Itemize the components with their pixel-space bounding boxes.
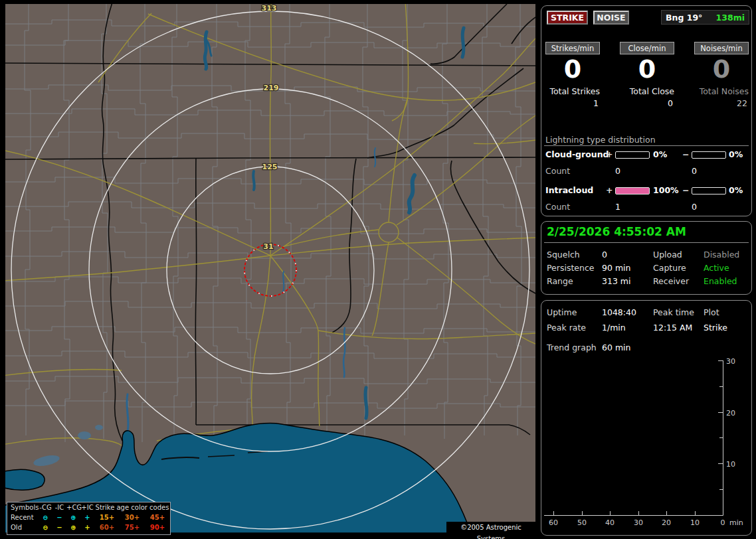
ring-label-31: 31 (263, 242, 273, 251)
distance-value: 138mi (716, 13, 745, 23)
recent-neg-ic-icon: − (52, 512, 66, 522)
noises-per-min-value: 0 (694, 54, 749, 84)
ic-minus-sign: − (682, 185, 689, 195)
cg-plus-sign: + (606, 149, 613, 159)
ic-plus-count: 1 (615, 202, 620, 212)
uptime-value: 1048:40 (602, 307, 653, 317)
upload-value: Disabled (704, 250, 747, 260)
x-tick-40: 40 (605, 518, 614, 527)
noises-column: Noises/min 0 Total Noises 22 (694, 42, 749, 108)
uptime-row: Uptime 1048:40 Peak time Plot (547, 307, 747, 317)
recent-pos-ic-icon: + (80, 512, 94, 522)
cg-minus-bar (692, 151, 726, 159)
rate-counters: Strikes/min 0 Total Strikes 1 Close/min … (545, 42, 749, 108)
legend-age-header: Strike age color codes (94, 502, 170, 512)
intracloud-label: Intracloud (545, 185, 593, 195)
x-tick-0: 0 (721, 518, 725, 527)
noises-per-min-button[interactable]: Noises/min (694, 42, 749, 54)
legend-col--cg: -CG (39, 502, 52, 512)
copyright-notice: ©2005 Astrogenic Systems (446, 522, 535, 533)
total-close-value: 0 (668, 98, 674, 108)
bearing-readout: Bng 19° 138mi (661, 10, 749, 25)
peak-time-label: Peak time (653, 307, 704, 317)
capture-value: Active (704, 263, 747, 273)
age-45: 45+ (145, 512, 170, 522)
legend-header-row: Symbols -CG -IC +CG +IC Strike age color… (7, 502, 170, 512)
x-tick-10: 10 (690, 518, 700, 527)
total-strikes-label: Total Strikes (549, 86, 600, 96)
cg-minus-sign: − (682, 149, 689, 159)
cloud-ground-label: Cloud-ground (545, 149, 609, 159)
trend-chart: 30 20 10 60 50 40 30 20 10 0 min (541, 352, 751, 533)
strikes-column: Strikes/min 0 Total Strikes 1 (545, 42, 600, 108)
datetime-display: 2/25/2026 4:55:02 AM (547, 225, 686, 238)
cg-minus-count: 0 (692, 166, 697, 176)
strikes-per-min-value: 0 (545, 54, 600, 84)
noise-button[interactable]: NOISE (593, 11, 629, 25)
trend-graph-row: Trend graph 60 min (547, 343, 747, 352)
peak-time-value: 12:15 AM (653, 323, 704, 333)
age-90: 90+ (145, 522, 170, 532)
y-tick-20: 20 (726, 409, 735, 418)
trend-panel: Uptime 1048:40 Peak time Plot Peak rate … (541, 300, 752, 536)
trend-axes (544, 360, 723, 516)
trend-graph-label: Trend graph (547, 343, 602, 352)
receiver-label: Receiver (653, 276, 704, 286)
plot-label: Plot (704, 307, 747, 317)
plot-value[interactable]: Strike (704, 323, 747, 333)
status-row: Persistence 90 min Capture Active (547, 263, 747, 273)
old-neg-cg-icon: ⊖ (39, 522, 52, 532)
symbol-legend: Symbols -CG -IC +CG +IC Strike age color… (7, 502, 171, 535)
peak-rate-row: Peak rate 1/min 12:15 AM Strike (547, 323, 747, 333)
bearing-value: Bng 19° (666, 13, 702, 23)
trend-window-value: 60 min (602, 343, 653, 352)
ic-minus-pct: 0% (729, 185, 743, 195)
x-tick-50: 50 (577, 518, 587, 527)
cg-plus-count: 0 (615, 166, 620, 176)
persistence-label: Persistence (547, 263, 602, 273)
x-unit-label: min (729, 518, 743, 527)
cg-plus-bar (615, 151, 650, 159)
strike-button[interactable]: STRIKE (547, 11, 588, 25)
counter-panel: STRIKE NOISE Bng 19° 138mi Strikes/min 0… (541, 5, 752, 216)
close-column: Close/min 0 Total Close 0 (620, 42, 674, 108)
legend-old-row: Old ⊖ − ⊕ + 60+ 75+ 90+ (7, 522, 170, 532)
persistence-value: 90 min (602, 263, 653, 273)
squelch-label: Squelch (547, 250, 602, 260)
peak-rate-value: 1/min (602, 323, 653, 333)
total-noises-label: Total Noises (700, 86, 749, 96)
upload-label: Upload (653, 250, 704, 260)
distribution-divider (544, 145, 749, 146)
trend-axis-labels: 30 20 10 60 50 40 30 20 10 0 min (549, 357, 743, 527)
ring-label-219: 219 (264, 84, 279, 92)
legend-symbols-header: Symbols (7, 502, 39, 512)
strikes-per-min-button[interactable]: Strikes/min (545, 42, 600, 54)
status-row: Squelch 0 Upload Disabled (547, 250, 747, 260)
age-60: 60+ (94, 522, 120, 532)
lake-pontchartrain (5, 469, 45, 490)
ic-count-label: Count (545, 202, 570, 212)
ic-plus-pct: 100% (653, 185, 679, 195)
age-30: 30+ (120, 512, 145, 522)
close-per-min-button[interactable]: Close/min (620, 42, 674, 54)
legend-col-+ic: +IC (80, 502, 94, 512)
total-strikes-value: 1 (593, 98, 600, 108)
x-tick-60: 60 (549, 518, 558, 527)
recent-neg-cg-icon: ⊖ (39, 512, 52, 522)
status-panel: 2/25/2026 4:55:02 AM Squelch 0 Upload Di… (541, 221, 752, 295)
close-per-min-value: 0 (620, 54, 674, 84)
nexstorm-window: { "header": { "strike_button": "STRIKE",… (0, 0, 756, 539)
receiver-value: Enabled (704, 276, 747, 286)
peak-rate-label: Peak rate (547, 323, 602, 333)
old-pos-ic-icon: + (80, 522, 94, 532)
strike-map[interactable]: 313 219 125 31 (5, 4, 535, 533)
range-value: 313 mi (602, 276, 653, 286)
squelch-value: 0 (602, 250, 653, 260)
y-tick-10: 10 (726, 460, 735, 469)
x-tick-20: 20 (662, 518, 671, 527)
uptime-label: Uptime (547, 307, 602, 317)
ic-minus-bar (692, 187, 726, 194)
capture-label: Capture (653, 263, 704, 273)
cg-count-label: Count (545, 166, 570, 176)
legend-recent-row: Recent ⊖ − ⊕ + 15+ 30+ 45+ (7, 512, 170, 522)
